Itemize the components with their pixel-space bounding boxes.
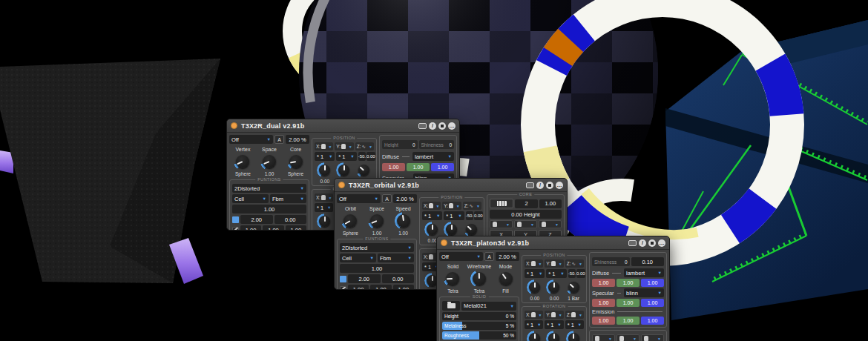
color-swatch-icon[interactable] [340,276,346,282]
position-y-source[interactable]: Y:▼ [335,142,353,150]
mode-dropdown[interactable]: Off▼ [439,252,483,261]
knob-value[interactable]: 0.00 [320,230,330,231]
knob-value[interactable]: Sphere [343,231,358,236]
rotation-z-source[interactable]: Z:▼ [565,311,584,319]
rotation-x-mult[interactable]: * 1▼ [525,320,543,329]
position-z-max[interactable]: 0.00 [366,152,375,161]
height-slider[interactable]: Height 0 % [442,312,516,320]
save-icon[interactable] [546,182,553,189]
function-preset-dropdown[interactable]: 2Distorted▼ [340,243,414,252]
emission-green-field[interactable]: 1.00 [617,317,640,325]
amount-field[interactable]: 2.00 % [496,252,519,261]
position-z-source[interactable]: Z:∿▼ [355,142,374,150]
vertex-knob[interactable] [234,153,251,170]
position-z-source[interactable]: Z:∿▼ [565,259,584,268]
position-z-source[interactable]: Z:∿▼ [463,202,481,210]
diffuse-dropdown[interactable]: lambert▼ [412,152,454,161]
knob-value[interactable]: Tetra [447,288,458,294]
target-y-source[interactable]: ▼ [617,334,640,341]
function-offset-field[interactable]: 0.00 [382,274,415,283]
position-z-min[interactable]: -50. [568,269,576,278]
function-preset-dropdown[interactable]: 2Distorted▼ [232,184,306,193]
knob-value[interactable]: Sphere [235,171,251,176]
core-height-field[interactable]: 0.00 Height [490,210,562,219]
shineness-amount-field[interactable]: 0.10 [631,257,665,266]
edit-icon[interactable]: / [429,122,436,130]
emission-red-field[interactable]: 1.00 [592,317,615,325]
position-x-knob[interactable] [317,162,332,178]
rotation-x-mult[interactable]: * 1▼ [315,203,333,212]
position-y-mult[interactable]: * 1▼ [444,211,464,220]
space-knob[interactable] [368,212,386,230]
edit-icon[interactable]: / [639,239,646,247]
ramp-icon[interactable] [340,286,346,291]
rotation-x-knob[interactable] [317,213,332,229]
color-swatch-icon[interactable] [232,216,239,223]
amount-field[interactable]: 2.00 % [393,194,417,203]
core-z-source[interactable]: ▼ [539,220,562,228]
function-mix-field[interactable]: 1.00 [340,264,414,273]
core-count-field[interactable]: 2 [515,199,537,208]
knob-value[interactable]: 0.00 [320,179,330,184]
position-y-mult[interactable]: * 1▼ [336,152,356,161]
power-led[interactable] [338,182,345,188]
metalness-slider[interactable]: Metalness 5 % [442,322,516,330]
position-z-max[interactable]: 0.00 [576,269,585,278]
position-x-source[interactable]: X:▼ [422,202,441,210]
speed-knob[interactable] [395,212,412,230]
function-amt-field[interactable]: 1.00 [370,285,391,290]
position-z-knob[interactable] [566,279,582,295]
keyboard-button[interactable] [490,199,513,208]
diffuse-blue-field[interactable]: 1.00 [641,279,664,287]
rotation-y-knob[interactable] [546,331,562,341]
edit-icon[interactable]: / [536,182,544,189]
rotation-z-knob[interactable] [566,331,582,341]
rotation-y-source[interactable]: Y:▼ [545,311,563,319]
position-x-mult[interactable]: * 1▼ [525,269,545,278]
function-scale-field[interactable]: 2.00 [240,215,273,224]
automation-button[interactable]: A [484,252,494,261]
specular-red-field[interactable]: 1.00 [592,299,615,307]
panel-icon[interactable] [628,240,637,246]
specular-blue-field[interactable]: 1.00 [641,299,664,307]
rotation-y-mult[interactable]: * 1▼ [545,320,563,329]
position-y-knob[interactable] [336,162,352,178]
specular-dropdown[interactable]: blinn▼ [624,288,664,297]
function-amt-field[interactable]: 1.00 [348,285,369,290]
space-knob[interactable] [260,153,278,170]
rotation-z-mult[interactable]: * 1▼ [565,320,584,329]
core-value-field[interactable]: 1.00 [539,199,562,208]
target-x-source[interactable]: ▼ [592,334,615,341]
position-z-knob[interactable] [356,162,372,178]
function-amt-field[interactable]: 1.00 [263,225,283,231]
roughness-slider[interactable]: Roughness 50 % [442,331,516,340]
wireframe-knob[interactable] [470,270,488,288]
amount-field[interactable]: 2.00 % [286,135,309,144]
position-y-mult[interactable]: * 1▼ [546,269,566,278]
diffuse-red-field[interactable]: 1.00 [382,163,405,171]
solid-knob[interactable] [444,270,461,288]
titlebar[interactable]: T3X2R_platon3d v2.91b / … [437,236,669,250]
position-x-mult[interactable]: * 1▼ [315,152,335,161]
diffuse-green-field[interactable]: 1.00 [617,279,640,287]
more-icon[interactable]: … [556,182,563,189]
function-amt-field[interactable]: 1.00 [240,225,261,231]
more-icon[interactable]: … [448,122,456,130]
position-y-knob[interactable] [444,222,459,237]
orbit-knob[interactable] [341,212,359,230]
knob-value[interactable]: 1.00 [398,231,408,236]
save-icon[interactable] [648,239,656,247]
save-icon[interactable] [438,122,446,130]
height-field[interactable]: Height0 [382,140,418,149]
emission-blue-field[interactable]: 1.00 [641,317,664,325]
function-b-dropdown[interactable]: Fbm▼ [378,254,414,262]
position-y-source[interactable]: Y:▼ [442,202,461,210]
diffuse-green-field[interactable]: 1.00 [407,163,430,171]
ramp-icon[interactable] [232,227,239,231]
shineness-field[interactable]: Shineness0 [419,140,455,149]
panel-icon[interactable] [418,123,427,129]
power-led[interactable] [231,122,237,129]
knob-value[interactable]: 0.00 [550,296,559,301]
panel-icon[interactable] [526,182,534,188]
knob-value[interactable]: Tetra [474,288,484,294]
